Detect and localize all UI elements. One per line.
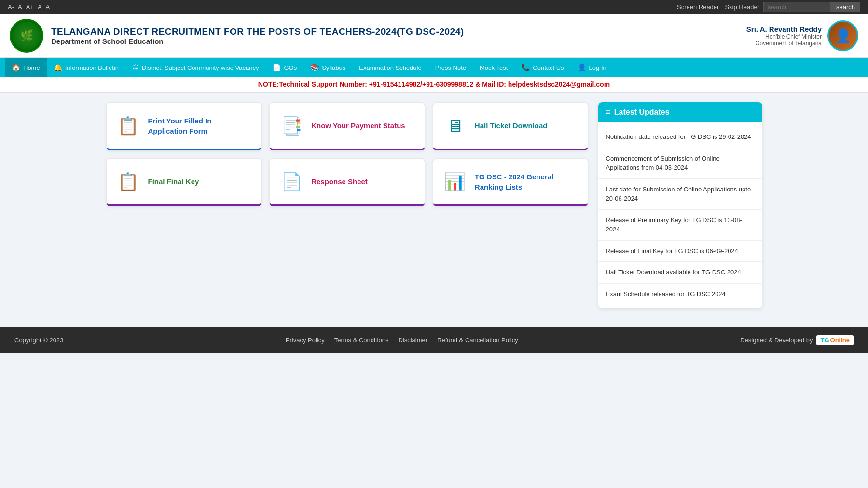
response-sheet-icon: 📄	[279, 172, 303, 192]
bell-icon: 🔔	[54, 63, 63, 72]
update-item-5[interactable]: Hall Ticket Download available for TG DS…	[598, 262, 762, 284]
nav-login-label: Log In	[589, 64, 606, 71]
footer-refund[interactable]: Refund & Cancellation Policy	[437, 337, 518, 344]
search-input[interactable]	[763, 2, 831, 12]
nav-mock-test-label: Mock Test	[480, 64, 508, 71]
book-icon: 📚	[310, 63, 319, 72]
notice-band: NOTE:Technical Support Number: +91-91541…	[0, 77, 868, 93]
update-item-6[interactable]: Exam Schedule released for TG DSC 2024	[598, 284, 762, 305]
main-nav: 🏠 Home 🔔 Information Bulletin 🏛 District…	[0, 58, 868, 77]
update-item-1[interactable]: Commencement of Submission of Online App…	[598, 148, 762, 179]
building-icon: 🏛	[132, 64, 139, 72]
final-key-label: Final Final Key	[148, 176, 199, 187]
cm-title1: Hon'ble Chief Minister	[746, 33, 822, 40]
hall-ticket-icon: 🖥	[443, 116, 467, 136]
nav-exam-schedule[interactable]: Examination Schedule	[352, 59, 428, 76]
card-ranking-lists[interactable]: 📊 TG DSC - 2024 General Ranking Lists	[433, 158, 589, 206]
font-decrease[interactable]: A-	[8, 3, 14, 11]
nav-press-note-label: Press Note	[435, 64, 466, 71]
tg-online-badge: TGOnline	[816, 335, 854, 345]
nav-mock-test[interactable]: Mock Test	[473, 59, 514, 76]
nav-home-label: Home	[23, 64, 40, 71]
card-payment-status[interactable]: 📑 Know Your Payment Status	[269, 102, 425, 150]
font-size-controls: A- A A+ A A	[8, 3, 50, 11]
cm-title2: Government of Telangana	[746, 40, 822, 47]
nav-exam-schedule-label: Examination Schedule	[359, 64, 421, 71]
card-print-application[interactable]: 📋 Print Your Filled In Application Form	[106, 102, 262, 150]
payment-status-label: Know Your Payment Status	[311, 121, 405, 131]
nav-login[interactable]: 👤 Log In	[571, 58, 613, 77]
ranking-lists-icon: 📊	[443, 172, 467, 192]
footer-privacy-policy[interactable]: Privacy Policy	[286, 337, 325, 344]
footer-right: Designed & Developed by TGOnline	[740, 335, 854, 345]
site-footer: Copyright © 2023 Privacy Policy Terms & …	[0, 327, 868, 353]
search-box: search	[763, 2, 860, 12]
telangana-logo: 🌿	[10, 19, 43, 53]
nav-vacancy[interactable]: 🏛 District, Subject Community-wise Vacan…	[125, 59, 266, 77]
nav-press-note[interactable]: Press Note	[428, 59, 473, 76]
accessibility-links: Screen Reader Skip Header	[677, 3, 759, 11]
cards-grid: 📋 Print Your Filled In Application Form …	[106, 102, 589, 206]
footer-copyright: Copyright © 2023	[14, 337, 63, 344]
cm-name: Sri. A. Revanth Reddy	[746, 25, 822, 33]
hall-ticket-label: Hall Ticket Download	[475, 121, 548, 131]
nav-home[interactable]: 🏠 Home	[5, 58, 47, 77]
font-normal[interactable]: A	[18, 3, 22, 11]
tg-text: TG	[820, 337, 829, 344]
font-increase[interactable]: A+	[26, 3, 34, 11]
nav-vacancy-label: District, Subject Community-wise Vacancy	[142, 64, 259, 71]
final-key-icon: 📋	[116, 172, 140, 192]
card-response-sheet[interactable]: 📄 Response Sheet	[269, 158, 425, 206]
search-button[interactable]: search	[831, 2, 860, 12]
print-application-icon: 📋	[116, 116, 140, 136]
screen-reader-link[interactable]: Screen Reader	[677, 3, 719, 11]
update-item-0[interactable]: Notification date released for TG DSC is…	[598, 126, 762, 148]
main-content: 📋 Print Your Filled In Application Form …	[96, 93, 772, 318]
nav-syllabus[interactable]: 📚 Syllabus	[303, 58, 352, 77]
nav-syllabus-label: Syllabus	[322, 64, 345, 71]
skip-header-link[interactable]: Skip Header	[725, 3, 759, 11]
nav-contact-us-label: Contact Us	[533, 64, 564, 71]
list-icon: ≡	[606, 108, 610, 117]
update-item-2[interactable]: Last date for Submission of Online Appli…	[598, 179, 762, 210]
home-icon: 🏠	[12, 63, 21, 72]
header-right: Sri. A. Revanth Reddy Hon'ble Chief Mini…	[746, 20, 858, 51]
site-title: TELANGANA DIRECT RECRUITMENT FOR THE POS…	[51, 27, 464, 37]
footer-links: Privacy Policy Terms & Conditions Discla…	[286, 337, 518, 344]
nav-contact-us[interactable]: 📞 Contact Us	[514, 58, 570, 77]
nav-information-bulletin-label: Information Bulletin	[65, 64, 119, 71]
cards-area: 📋 Print Your Filled In Application Form …	[106, 102, 589, 308]
payment-status-icon: 📑	[279, 116, 303, 136]
site-subtitle: Department of School Education	[51, 37, 464, 45]
phone-icon: 📞	[521, 63, 530, 72]
header-title-block: TELANGANA DIRECT RECRUITMENT FOR THE POS…	[51, 27, 464, 45]
cm-info: Sri. A. Revanth Reddy Hon'ble Chief Mini…	[746, 25, 822, 47]
online-text: Online	[830, 337, 850, 344]
print-application-label: Print Your Filled In Application Form	[148, 116, 252, 136]
cm-photo: 👤	[827, 20, 858, 51]
update-item-3[interactable]: Release of Preliminary Key for TG DSC is…	[598, 210, 762, 241]
logo-emblem: 🌿	[12, 21, 41, 50]
footer-terms[interactable]: Terms & Conditions	[334, 337, 389, 344]
card-final-key[interactable]: 📋 Final Final Key	[106, 158, 262, 206]
header-left: 🌿 TELANGANA DIRECT RECRUITMENT FOR THE P…	[10, 19, 464, 53]
card-hall-ticket[interactable]: 🖥 Hall Ticket Download	[433, 102, 589, 150]
user-icon: 👤	[578, 63, 587, 72]
latest-updates-body[interactable]: Notification date released for TG DSC is…	[598, 122, 762, 308]
nav-gos[interactable]: 📄 GOs	[265, 58, 303, 77]
nav-gos-label: GOs	[284, 64, 297, 71]
notice-text: NOTE:Technical Support Number: +91-91541…	[258, 81, 610, 88]
font-a2[interactable]: A	[46, 3, 50, 11]
designed-by-text: Designed & Developed by	[740, 337, 813, 344]
font-a1[interactable]: A	[38, 3, 42, 11]
document-icon: 📄	[272, 63, 281, 72]
update-item-4[interactable]: Release of Final Key for TG DSC is 06-09…	[598, 241, 762, 262]
response-sheet-label: Response Sheet	[311, 176, 368, 187]
ranking-lists-label: TG DSC - 2024 General Ranking Lists	[475, 172, 579, 192]
nav-information-bulletin[interactable]: 🔔 Information Bulletin	[47, 58, 125, 77]
latest-updates-panel: ≡ Latest Updates Notification date relea…	[598, 102, 762, 308]
latest-updates-header: ≡ Latest Updates	[598, 102, 762, 122]
top-bar: A- A A+ A A Screen Reader Skip Header se…	[0, 0, 868, 14]
site-header: 🌿 TELANGANA DIRECT RECRUITMENT FOR THE P…	[0, 14, 868, 58]
footer-disclaimer[interactable]: Disclaimer	[398, 337, 427, 344]
